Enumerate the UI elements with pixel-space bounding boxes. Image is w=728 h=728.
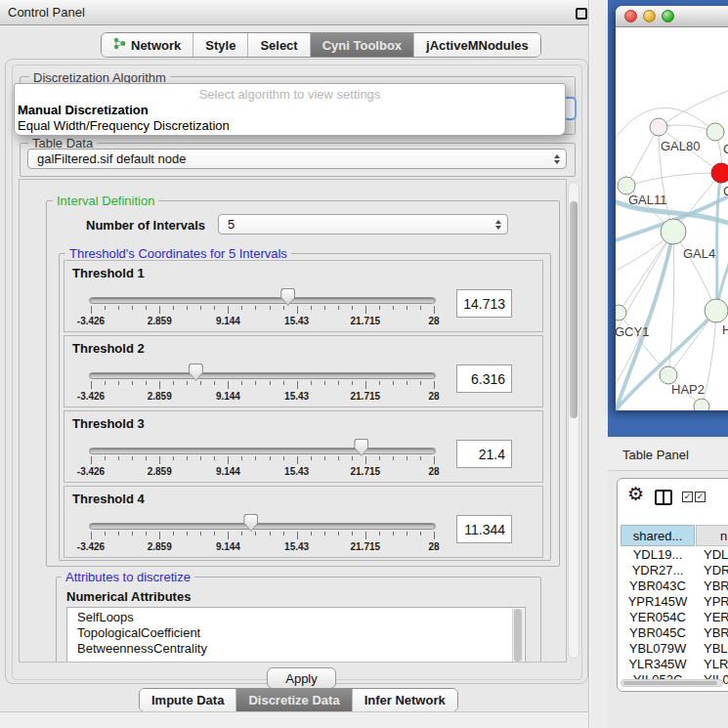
slider-tick — [324, 532, 325, 535]
checkbox-icon[interactable]: ✓ — [695, 492, 706, 502]
cell-name[interactable]: YDL1 — [695, 547, 728, 563]
network-edge[interactable] — [626, 173, 721, 186]
cell-name[interactable]: YER0 — [695, 610, 728, 625]
slider-tick — [105, 532, 106, 535]
column-header-name[interactable]: n — [696, 525, 728, 546]
cell-shared-name[interactable]: YBL079W — [621, 641, 695, 657]
slider-track[interactable] — [89, 297, 436, 304]
attribute-item[interactable]: BetweennessCentrality — [67, 641, 525, 657]
float-window-icon[interactable] — [576, 8, 587, 20]
table-row[interactable]: YBL079WYBL0 — [621, 641, 728, 657]
table-row[interactable]: YDR27...YDR2 — [621, 563, 728, 578]
main-scrollbar-thumb[interactable] — [570, 201, 578, 418]
tab-discretize-data[interactable]: Discretize Data — [236, 689, 352, 711]
minimize-traffic-light-icon[interactable] — [643, 10, 656, 22]
control-panel-title: Control Panel — [8, 5, 85, 20]
tick-label: 21.715 — [351, 316, 381, 326]
slider-tick — [255, 306, 256, 310]
network-node-h[interactable] — [705, 299, 728, 322]
checkbox-icon[interactable]: ✓ — [682, 492, 693, 502]
cell-name[interactable]: YPR1 — [695, 594, 728, 610]
gear-icon[interactable]: ⚙ — [627, 485, 644, 503]
cell-shared-name[interactable]: YDL19... — [621, 547, 695, 563]
popup-option[interactable]: Manual Discretization — [15, 103, 565, 118]
attribute-item[interactable]: SelfLoops — [67, 610, 525, 625]
table-row[interactable]: YLR345WYLR3 — [621, 657, 728, 672]
tick-label: 9.144 — [216, 391, 240, 402]
attribute-item[interactable]: TopologicalCoefficient — [67, 625, 525, 641]
tick-label: 28 — [428, 541, 439, 552]
tab-cyni-toolbox[interactable]: Cyni Toolbox — [311, 33, 414, 57]
slider-track[interactable] — [89, 372, 436, 379]
slider-thumb[interactable] — [354, 439, 368, 456]
network-node-c[interactable] — [711, 163, 728, 183]
cell-shared-name[interactable]: YDR27... — [621, 563, 695, 578]
slider-tick — [187, 306, 188, 310]
cell-shared-name[interactable]: YBR045C — [621, 625, 695, 641]
table-row[interactable]: YBR043CYBR0 — [621, 578, 728, 594]
slider-track[interactable] — [89, 523, 436, 530]
cell-name[interactable]: YBR0 — [695, 625, 728, 641]
slider-thumb[interactable] — [243, 514, 258, 532]
slider-tick — [297, 532, 298, 539]
threshold-value-field[interactable]: 14.713 — [456, 289, 512, 318]
cell-name[interactable]: YBR0 — [695, 578, 728, 594]
table-rows: YDL19...YDL1YDR27...YDR2YBR043CYBR0YPR14… — [621, 547, 728, 688]
table-hscrollbar-thumb[interactable] — [623, 681, 717, 685]
network-desktop: GAL80GCGAL11GAL4GCY1HHAP2 — [608, 0, 728, 437]
attributes-list[interactable]: SelfLoopsTopologicalCoefficientBetweenne… — [66, 607, 526, 663]
network-node-g[interactable] — [707, 123, 724, 141]
panel-divider[interactable] — [588, 0, 609, 728]
tab-infer-network[interactable]: Infer Network — [353, 689, 457, 711]
cell-shared-name[interactable]: YBR043C — [621, 578, 695, 594]
network-edge[interactable] — [673, 232, 716, 311]
combo-arrows-icon — [554, 154, 560, 164]
popup-option[interactable]: Equal Width/Frequency Discretization — [15, 118, 565, 134]
table-hscrollbar[interactable] — [621, 679, 723, 687]
zoom-traffic-light-icon[interactable] — [662, 10, 674, 22]
network-edge[interactable] — [626, 127, 659, 186]
tab-style[interactable]: Style — [193, 33, 248, 57]
attributes-list-scrollbar[interactable] — [512, 609, 524, 662]
cell-name[interactable]: YLR3 — [695, 657, 728, 672]
slider-tick — [283, 306, 284, 310]
cell-name[interactable]: YDR2 — [695, 563, 728, 578]
cell-shared-name[interactable]: YPR145W — [621, 594, 695, 610]
threshold-value-field[interactable]: 11.344 — [456, 515, 512, 543]
cell-shared-name[interactable]: YER054C — [621, 610, 695, 625]
apply-button[interactable]: Apply — [267, 667, 336, 689]
table-data-combo[interactable]: galFiltered.sif default node — [27, 149, 567, 169]
table-row[interactable]: YBR045CYBR0 — [621, 625, 728, 641]
cell-name[interactable]: YBL0 — [695, 641, 728, 657]
tab-select[interactable]: Select — [248, 33, 310, 57]
table-row[interactable]: YER054CYER0 — [621, 610, 728, 625]
slider-tick — [297, 306, 298, 314]
column-header-shared[interactable]: shared... — [621, 525, 695, 546]
main-scrollbar[interactable] — [568, 182, 579, 659]
slider-thumb[interactable] — [189, 364, 203, 381]
table-row[interactable]: YPR145WYPR1 — [621, 594, 728, 610]
tab-impute-data[interactable]: Impute Data — [140, 689, 236, 711]
network-edge[interactable] — [666, 91, 728, 122]
table-row[interactable]: YDL19...YDL1 — [621, 547, 728, 563]
threshold-value-field[interactable]: 21.4 — [456, 440, 512, 468]
close-traffic-light-icon[interactable] — [624, 10, 637, 22]
slider-tick — [297, 456, 298, 464]
network-node-gcy1[interactable] — [616, 305, 626, 321]
slider-tick — [420, 532, 421, 535]
column-layout-icon[interactable] — [655, 490, 672, 505]
slider-tick — [159, 381, 160, 389]
network-node-gal80[interactable] — [650, 118, 667, 136]
network-node-gal4[interactable] — [661, 219, 686, 244]
cell-shared-name[interactable]: YLR345W — [621, 657, 695, 672]
tab-network[interactable]: Network — [102, 33, 193, 57]
slider-tick — [91, 532, 92, 539]
threshold-value-field[interactable]: 6.316 — [456, 364, 512, 393]
tab-jactivemnodules[interactable]: jActiveMNodules — [414, 33, 540, 57]
slider-tick — [241, 456, 242, 460]
network-node[interactable] — [694, 399, 709, 410]
network-canvas[interactable]: GAL80GCGAL11GAL4GCY1HHAP2 — [616, 27, 728, 410]
num-intervals-combo[interactable]: 5 — [218, 214, 508, 235]
slider-thumb[interactable] — [280, 288, 295, 306]
slider-track[interactable] — [89, 448, 436, 454]
